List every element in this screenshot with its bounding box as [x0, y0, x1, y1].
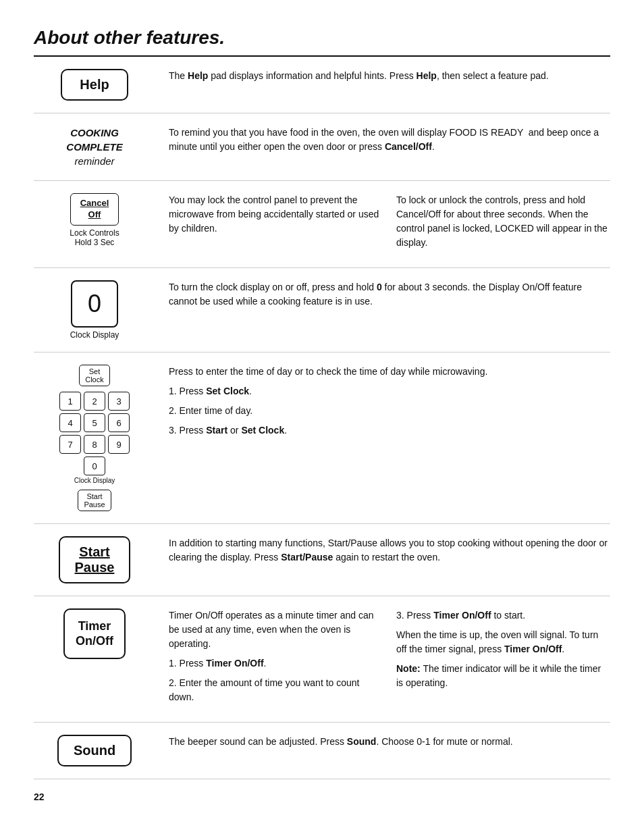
cooking-complete-section: COOKING COMPLETE reminder To remind you …	[34, 113, 610, 181]
timer-onoff-note: Note: The timer indicator will be it whi…	[396, 662, 610, 690]
cooking-complete-right: To remind you that you have food in the …	[169, 126, 610, 159]
start-pause-right: In addition to starting many functions, …	[169, 536, 610, 570]
numpad-row-3: 7 8 9	[59, 435, 130, 454]
clock-display-right: To turn the clock display on or off, pre…	[169, 280, 610, 314]
help-description: The Help pad displays information and he…	[169, 69, 610, 83]
timer-onoff-signal: When the time is up, the oven will signa…	[396, 628, 610, 656]
start-pause-description: In addition to starting many functions, …	[169, 536, 610, 565]
sound-description: The beeper sound can be adjusted. Press …	[169, 735, 610, 749]
numpad-key-6[interactable]: 6	[108, 413, 130, 432]
cooking-complete-label: COOKING COMPLETE reminder	[66, 126, 122, 168]
sound-left: Sound	[34, 735, 169, 766]
numpad-key-5[interactable]: 5	[84, 413, 105, 432]
clock-display-label: Clock Display	[70, 330, 119, 340]
timer-onoff-col2: 3. Press Timer On/Off to start. When the…	[396, 608, 610, 710]
numpad-row-1: 1 2 3	[59, 392, 130, 411]
set-clock-step3: 3. Press Start or Set Clock.	[169, 423, 610, 438]
set-clock-left: Set Clock 1 2 3 4 5 6 7 8 9 0 Clock Disp…	[34, 365, 169, 511]
lock-controls-section: Cancel Off Lock Controls Hold 3 Sec You …	[34, 181, 610, 268]
help-section: Help The Help pad displays information a…	[34, 57, 610, 113]
numpad-clock-display-label: Clock Display	[59, 477, 130, 484]
timer-onoff-col1-step2: 2. Enter the amount of time you want to …	[169, 676, 383, 704]
timer-onoff-col1-intro: Timer On/Off operates as a minute timer …	[169, 608, 383, 651]
set-clock-step1: 1. Press Set Clock.	[169, 384, 610, 398]
timer-onoff-col1-step1: 1. Press Timer On/Off.	[169, 656, 383, 671]
set-clock-button[interactable]: Set Clock	[79, 365, 110, 386]
timer-onoff-col1: Timer On/Off operates as a minute timer …	[169, 608, 383, 710]
help-button[interactable]: Help	[61, 69, 128, 101]
numpad-key-3[interactable]: 3	[108, 392, 130, 411]
set-clock-section: Set Clock 1 2 3 4 5 6 7 8 9 0 Clock Disp…	[34, 353, 610, 524]
start-pause-button[interactable]: Start Pause	[59, 536, 131, 583]
page-title: About other features.	[34, 27, 610, 49]
help-right: The Help pad displays information and he…	[169, 69, 610, 88]
cancel-off-button[interactable]: Cancel Off	[70, 193, 119, 226]
timer-onoff-step3: 3. Press Timer On/Off to start.	[396, 608, 610, 623]
timer-onoff-right: Timer On/Off operates as a minute timer …	[169, 608, 610, 710]
numpad-zero-row: 0	[59, 457, 130, 475]
sound-button[interactable]: Sound	[57, 735, 132, 766]
lock-controls-label: Lock Controls Hold 3 Sec	[70, 228, 119, 247]
numpad-key-7[interactable]: 7	[59, 435, 81, 454]
start-pause-section: Start Pause In addition to starting many…	[34, 524, 610, 596]
set-clock-right: Press to enter the time of day or to che…	[169, 365, 610, 443]
numpad: 1 2 3 4 5 6 7 8 9 0 Clock Display	[59, 392, 130, 484]
clock-display-left: 0 Clock Display	[34, 280, 169, 340]
numpad-row-2: 4 5 6	[59, 413, 130, 432]
cancel-off-container: Cancel Off Lock Controls Hold 3 Sec	[70, 193, 119, 247]
timer-onoff-button[interactable]: Timer On/Off	[63, 608, 126, 659]
set-clock-step2: 2. Enter time of day.	[169, 404, 610, 418]
numpad-key-0[interactable]: 0	[84, 457, 105, 475]
start-pause-small-button[interactable]: Start Pause	[78, 490, 111, 511]
start-pause-small-container: Start Pause	[78, 490, 111, 511]
page-number: 22	[34, 791, 610, 802]
timer-onoff-section: Timer On/Off Timer On/Off operates as a …	[34, 596, 610, 723]
clock-display-description: To turn the clock display on or off, pre…	[169, 280, 610, 309]
numpad-key-4[interactable]: 4	[59, 413, 81, 432]
clock-display-section: 0 Clock Display To turn the clock displa…	[34, 268, 610, 353]
numpad-key-8[interactable]: 8	[84, 435, 105, 454]
lock-controls-col2: To lock or unlock the controls, press an…	[396, 193, 610, 255]
timer-onoff-left: Timer On/Off	[34, 608, 169, 659]
numpad-key-9[interactable]: 9	[108, 435, 130, 454]
sound-right: The beeper sound can be adjusted. Press …	[169, 735, 610, 754]
numpad-key-1[interactable]: 1	[59, 392, 81, 411]
lock-controls-right: You may lock the control panel to preven…	[169, 193, 610, 255]
numpad-key-2[interactable]: 2	[84, 392, 105, 411]
sound-section: Sound The beeper sound can be adjusted. …	[34, 723, 610, 779]
cooking-complete-left: COOKING COMPLETE reminder	[34, 126, 169, 168]
set-clock-intro: Press to enter the time of day or to che…	[169, 365, 610, 379]
cooking-complete-description: To remind you that you have food in the …	[169, 126, 610, 154]
lock-controls-left: Cancel Off Lock Controls Hold 3 Sec	[34, 193, 169, 247]
help-left: Help	[34, 69, 169, 101]
clock-display-zero: 0	[71, 280, 118, 328]
lock-controls-col1: You may lock the control panel to preven…	[169, 193, 383, 255]
start-pause-left: Start Pause	[34, 536, 169, 583]
